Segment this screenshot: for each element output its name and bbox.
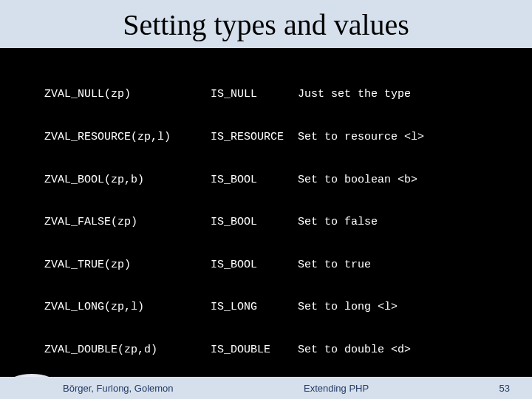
type-cell: IS_DOUBLE [211, 343, 298, 357]
macro-cell: ZVAL_BOOL(zp,b) [44, 173, 211, 187]
macro-cell: ZVAL_RESOURCE(zp,l) [44, 130, 211, 144]
table-row: ZVAL_NULL(zp)IS_NULLJust set the type [44, 87, 508, 101]
macro-cell: ZVAL_LONG(zp,l) [44, 300, 211, 314]
table-row: ZVAL_LONG(zp,l)IS_LONGSet to long <l> [44, 300, 508, 314]
type-cell: IS_BOOL [211, 215, 298, 229]
slide-title: Setting types and values [0, 0, 532, 49]
table-row: ZVAL_DOUBLE(zp,d)IS_DOUBLESet to double … [44, 343, 508, 357]
macro-cell: ZVAL_TRUE(zp) [44, 258, 211, 272]
type-cell: IS_LONG [211, 300, 298, 314]
macro-cell: ZVAL_FALSE(zp) [44, 215, 211, 229]
desc-cell: Set to double <d> [298, 343, 508, 357]
footer-title: Extending PHP [174, 383, 499, 394]
desc-cell: Set to true [298, 258, 508, 272]
desc-cell: Just set the type [298, 87, 508, 101]
desc-cell: Set to false [298, 215, 508, 229]
type-cell: IS_BOOL [211, 173, 298, 187]
slide: Setting types and values ZVAL_NULL(zp)IS… [0, 0, 532, 399]
desc-cell: Set to long <l> [298, 300, 508, 314]
table-row: ZVAL_RESOURCE(zp,l)IS_RESOURCESet to res… [44, 130, 508, 144]
type-cell: IS_NULL [211, 87, 298, 101]
type-cell: IS_BOOL [211, 258, 298, 272]
slide-body: ZVAL_NULL(zp)IS_NULLJust set the type ZV… [0, 49, 532, 399]
table-row: ZVAL_FALSE(zp)IS_BOOLSet to false [44, 215, 508, 229]
page-number: 53 [499, 383, 532, 394]
slide-footer: Börger, Furlong, Golemon Extending PHP 5… [0, 377, 532, 399]
desc-cell: Set to boolean <b> [298, 173, 508, 187]
type-cell: IS_RESOURCE [211, 130, 298, 144]
desc-cell: Set to resource <l> [298, 130, 508, 144]
table-row: ZVAL_BOOL(zp,b)IS_BOOLSet to boolean <b> [44, 173, 508, 187]
macro-cell: ZVAL_DOUBLE(zp,d) [44, 343, 211, 357]
table-row: ZVAL_TRUE(zp)IS_BOOLSet to true [44, 258, 508, 272]
footer-authors: Börger, Furlong, Golemon [0, 383, 174, 394]
macro-cell: ZVAL_NULL(zp) [44, 87, 211, 101]
